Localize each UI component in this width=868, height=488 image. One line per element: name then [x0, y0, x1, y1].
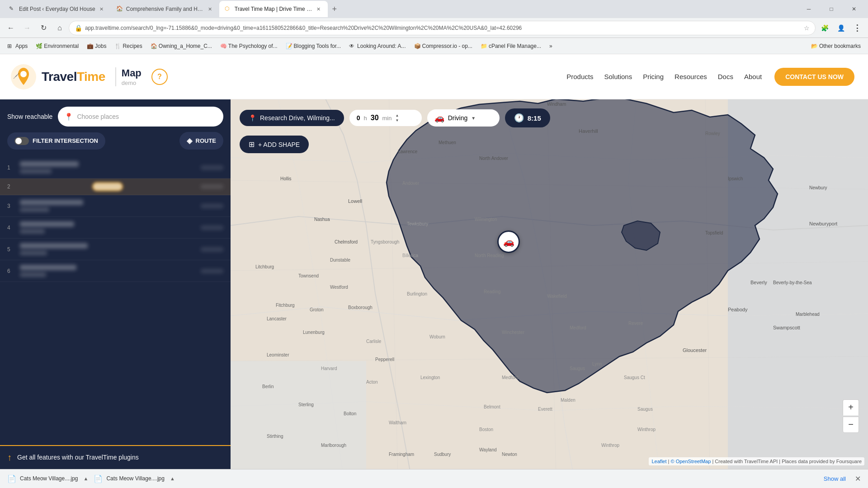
svg-text:Lexington: Lexington [420, 375, 440, 380]
new-tab-button[interactable]: + [328, 2, 341, 16]
time-pill[interactable]: 0 h 30 min ▲ ▼ [349, 110, 422, 126]
contact-us-button[interactable]: CONTACT US NOW [774, 68, 854, 86]
svg-text:Hollis: Hollis [280, 176, 291, 181]
zoom-in-button[interactable]: + [843, 399, 859, 416]
download-expand-1[interactable]: ▲ [84, 476, 89, 481]
logo-travel: Travel [42, 70, 77, 84]
home-button[interactable]: ⌂ [52, 21, 67, 35]
bookmark-jobs[interactable]: 💼 Jobs [83, 41, 110, 51]
result-badge-4 [201, 225, 223, 230]
filter-toggle[interactable] [14, 137, 29, 145]
bookmark-more[interactable]: » [546, 41, 556, 51]
location-pill[interactable]: 📍 Research Drive, Wilming... [240, 110, 344, 126]
nav-pricing[interactable]: Pricing [643, 73, 664, 80]
other-favicon: 📂 [811, 43, 817, 49]
browser-tab-1[interactable]: ✎ Edit Post ‹ Everyday Old House ✕ [4, 1, 111, 17]
bookmark-apps[interactable]: ⊞ Apps [4, 41, 31, 51]
bookmark-looking[interactable]: 👁 Looking Around: A... [345, 41, 409, 51]
time-up-arrow[interactable]: ▲ [395, 113, 399, 117]
tab-favicon-1: ✎ [9, 5, 16, 13]
download-name-2: Cats Meow Village....jpg [106, 475, 165, 482]
result-item-5[interactable]: 5 [0, 239, 231, 260]
time-minutes-label: min [382, 115, 392, 122]
download-item-2[interactable]: 📄 Cats Meow Village....jpg ▲ [94, 474, 175, 483]
result-info-3 [20, 200, 195, 212]
result-info-5 [20, 243, 195, 255]
back-button[interactable]: ← [4, 21, 18, 35]
apps-label: Apps [15, 43, 28, 49]
profile-button[interactable]: 👤 [834, 21, 848, 35]
filter-intersection-button[interactable]: FILTER INTERSECTION [7, 132, 105, 150]
svg-text:Belmont: Belmont [484, 404, 500, 409]
download-bar-close[interactable]: ✕ [855, 474, 861, 483]
places-input[interactable]: 📍 Choose places [58, 107, 223, 127]
osm-link[interactable]: © OpenStreetMap [671, 459, 711, 464]
help-button[interactable]: ? [151, 69, 168, 85]
bookmark-environmental[interactable]: 🌿 Environmental [32, 41, 82, 51]
nav-resources[interactable]: Resources [675, 73, 707, 80]
bookmark-compressor[interactable]: 📦 Compressor.io - op... [410, 41, 476, 51]
minimize-button[interactable]: ─ [798, 1, 819, 17]
svg-text:Beverly-by-the-Sea: Beverly-by-the-Sea [773, 280, 812, 285]
tab-close-2[interactable]: ✕ [207, 5, 214, 13]
menu-button[interactable]: ⋮ [850, 21, 864, 35]
bookmark-blogging[interactable]: 📝 Blogging Tools for... [282, 41, 345, 51]
browser-tab-3[interactable]: ⬡ Travel Time Map | Drive Time Ra… ✕ [219, 1, 328, 17]
svg-text:Malden: Malden [561, 398, 576, 403]
svg-text:Acton: Acton [366, 380, 378, 385]
nav-solutions[interactable]: Solutions [604, 73, 632, 80]
clock-icon: 🕐 [514, 113, 524, 123]
route-button[interactable]: ◈ ROUTE [179, 132, 224, 150]
result-item-3[interactable]: 3 [0, 195, 231, 217]
result-item-1[interactable]: 1 [0, 157, 231, 178]
svg-text:Lawrence: Lawrence [398, 149, 418, 154]
nav-about[interactable]: About [744, 73, 762, 80]
highlighted-pill[interactable] [92, 182, 123, 191]
bookmark-home-c[interactable]: 🏠 Owning_a_Home_C... [147, 41, 216, 51]
apps-favicon: ⊞ [7, 43, 14, 49]
time-down-arrow[interactable]: ▼ [395, 118, 399, 122]
car-icon: 🚗 [503, 236, 514, 247]
banner-arrow-icon: ↑ [7, 452, 12, 463]
svg-text:Andover: Andover [402, 181, 420, 186]
bookmark-cpanel[interactable]: 📁 cPanel File Manage... [477, 41, 545, 51]
result-num-6: 6 [7, 268, 14, 274]
time-arrows[interactable]: ▲ ▼ [395, 113, 399, 122]
bookmark-psychology[interactable]: 🧠 The Psychology of... [217, 41, 281, 51]
show-all-button[interactable]: Show all [824, 475, 846, 482]
nav-docs[interactable]: Docs [718, 73, 733, 80]
result-item-4[interactable]: 4 [0, 217, 231, 239]
result-item-2[interactable]: 2 [0, 178, 231, 195]
bookmark-recipes[interactable]: 🍴 Recipes [111, 41, 146, 51]
tab-close-3[interactable]: ✕ [315, 5, 322, 13]
svg-text:Tyngsborough: Tyngsborough [371, 239, 399, 244]
download-expand-2[interactable]: ▲ [170, 476, 175, 481]
svg-text:Lancaster: Lancaster [267, 316, 287, 321]
svg-text:Groton: Groton [310, 307, 324, 312]
transport-mode-text: Driving [448, 114, 468, 122]
forward-button[interactable]: → [20, 21, 34, 35]
tab-close-1[interactable]: ✕ [98, 5, 105, 13]
svg-text:Saugus Ct: Saugus Ct [624, 375, 645, 380]
map-background: Haverhill Salem Methuen Lawrence North A… [231, 99, 868, 469]
svg-text:Wakefield: Wakefield [547, 294, 567, 299]
bookmark-other[interactable]: 📂 Other bookmarks [807, 41, 864, 51]
zoom-out-button[interactable]: − [843, 417, 859, 433]
transport-pill[interactable]: 🚗 Driving ▼ [427, 109, 500, 127]
result-item-6[interactable]: 6 [0, 260, 231, 282]
leaflet-link[interactable]: Leaflet [651, 459, 666, 464]
browser-tab-2[interactable]: 🏠 Comprehensive Family and Home ✕ [111, 1, 219, 17]
other-label: Other bookmarks [819, 43, 861, 49]
reload-button[interactable]: ↻ [36, 21, 51, 35]
close-button[interactable]: ✕ [844, 1, 864, 17]
nav-products[interactable]: Products [566, 73, 593, 80]
add-shape-button[interactable]: ⊞ + ADD SHAPE [240, 136, 309, 153]
svg-text:Peabody: Peabody [728, 307, 748, 312]
bookmark-star[interactable]: ☆ [804, 24, 810, 32]
route-label: ROUTE [196, 137, 217, 144]
download-item-1[interactable]: 📄 Cats Meow Village....jpg ▲ [7, 474, 88, 483]
extensions-button[interactable]: 🧩 [817, 21, 832, 35]
maximize-button[interactable]: □ [821, 1, 842, 17]
address-bar[interactable]: 🔒 app.traveltime.com/search/0_lng=-71.15… [69, 21, 816, 35]
svg-text:Woburn: Woburn [429, 334, 445, 339]
